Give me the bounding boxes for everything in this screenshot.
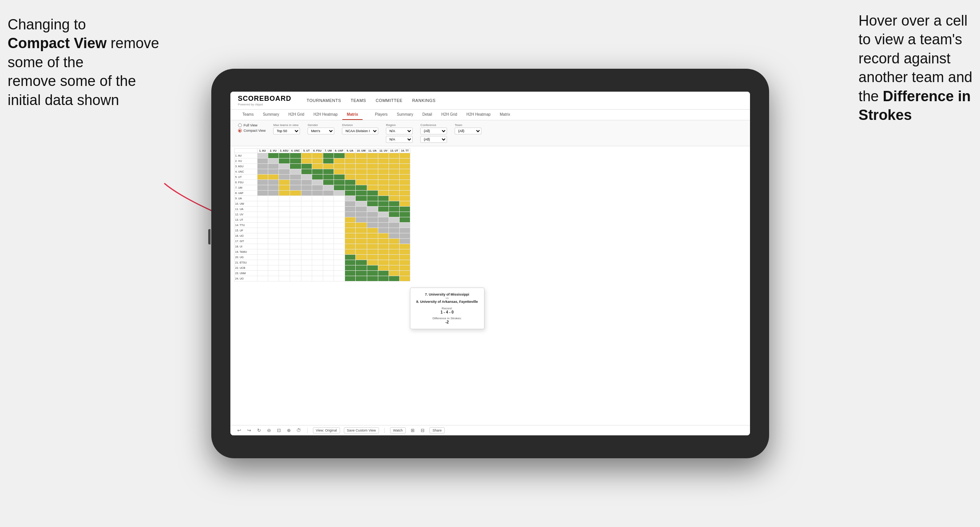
matrix-cell[interactable]	[312, 276, 323, 281]
matrix-cell[interactable]	[301, 153, 312, 158]
team-select[interactable]: (All)	[455, 128, 481, 134]
matrix-cell[interactable]	[257, 164, 268, 169]
matrix-cell[interactable]	[389, 249, 400, 255]
matrix-cell[interactable]	[345, 244, 355, 249]
matrix-cell[interactable]	[400, 196, 410, 201]
matrix-cell[interactable]	[389, 175, 400, 180]
matrix-cell[interactable]	[389, 255, 400, 260]
matrix-cell[interactable]	[355, 271, 367, 276]
matrix-cell[interactable]	[323, 265, 334, 271]
matrix-cell[interactable]	[279, 212, 290, 217]
matrix-cell[interactable]	[312, 175, 323, 180]
matrix-cell[interactable]	[334, 217, 345, 223]
matrix-cell[interactable]	[312, 239, 323, 244]
matrix-cell[interactable]	[378, 244, 389, 249]
matrix-cell[interactable]	[367, 217, 378, 223]
matrix-cell[interactable]	[290, 212, 301, 217]
matrix-cell[interactable]	[355, 201, 367, 207]
matrix-cell[interactable]	[334, 180, 345, 185]
matrix-cell[interactable]	[290, 260, 301, 265]
matrix-cell[interactable]	[378, 233, 389, 239]
matrix-cell[interactable]	[323, 271, 334, 276]
zoom-out-icon[interactable]: ⊖	[266, 427, 272, 433]
matrix-cell[interactable]	[279, 180, 290, 185]
matrix-cell[interactable]	[389, 233, 400, 239]
matrix-cell[interactable]	[312, 244, 323, 249]
matrix-cell[interactable]	[400, 169, 410, 175]
matrix-cell[interactable]	[257, 271, 268, 276]
matrix-cell[interactable]	[378, 169, 389, 175]
matrix-cell[interactable]	[268, 201, 279, 207]
matrix-cell[interactable]	[367, 191, 378, 196]
matrix-cell[interactable]	[279, 265, 290, 271]
matrix-cell[interactable]	[301, 175, 312, 180]
matrix-cell[interactable]	[290, 233, 301, 239]
matrix-cell[interactable]	[301, 276, 312, 281]
matrix-cell[interactable]	[345, 180, 355, 185]
matrix-cell[interactable]	[378, 223, 389, 228]
matrix-cell[interactable]	[323, 233, 334, 239]
share-btn[interactable]: Share	[429, 427, 445, 433]
matrix-cell[interactable]	[378, 239, 389, 244]
matrix-cell[interactable]	[355, 185, 367, 191]
matrix-cell[interactable]	[279, 233, 290, 239]
matrix-cell[interactable]	[400, 228, 410, 233]
matrix-cell[interactable]	[279, 207, 290, 212]
matrix-cell[interactable]	[301, 265, 312, 271]
matrix-cell[interactable]	[378, 185, 389, 191]
matrix-cell[interactable]	[367, 180, 378, 185]
matrix-cell[interactable]	[367, 255, 378, 260]
matrix-cell[interactable]	[367, 201, 378, 207]
matrix-cell[interactable]	[301, 158, 312, 164]
matrix-cell[interactable]	[257, 233, 268, 239]
matrix-cell[interactable]	[378, 249, 389, 255]
matrix-cell[interactable]	[301, 164, 312, 169]
matrix-cell[interactable]	[279, 244, 290, 249]
matrix-cell[interactable]	[301, 196, 312, 201]
matrix-cell[interactable]	[290, 217, 301, 223]
matrix-cell[interactable]	[355, 249, 367, 255]
matrix-cell[interactable]	[389, 239, 400, 244]
matrix-cell[interactable]	[355, 228, 367, 233]
matrix-cell[interactable]	[323, 196, 334, 201]
matrix-cell[interactable]	[257, 249, 268, 255]
matrix-cell[interactable]	[345, 228, 355, 233]
matrix-cell[interactable]	[367, 175, 378, 180]
matrix-cell[interactable]	[334, 255, 345, 260]
matrix-cell[interactable]	[345, 276, 355, 281]
tab-matrix[interactable]: Matrix	[342, 110, 363, 120]
tab-players-summary[interactable]: Summary	[392, 110, 418, 120]
matrix-cell[interactable]	[301, 191, 312, 196]
matrix-cell[interactable]	[312, 201, 323, 207]
matrix-cell[interactable]	[400, 244, 410, 249]
matrix-cell[interactable]	[334, 175, 345, 180]
matrix-cell[interactable]	[312, 191, 323, 196]
tab-h2h-heatmap[interactable]: H2H Heatmap	[309, 110, 342, 120]
matrix-cell[interactable]	[400, 276, 410, 281]
matrix-cell[interactable]	[367, 228, 378, 233]
matrix-cell[interactable]	[301, 233, 312, 239]
matrix-cell[interactable]	[378, 180, 389, 185]
matrix-cell[interactable]	[312, 233, 323, 239]
matrix-cell[interactable]	[268, 233, 279, 239]
matrix-cell[interactable]	[345, 175, 355, 180]
matrix-cell[interactable]	[400, 175, 410, 180]
matrix-cell[interactable]	[367, 153, 378, 158]
matrix-cell[interactable]	[290, 196, 301, 201]
matrix-cell[interactable]	[290, 271, 301, 276]
matrix-cell[interactable]	[345, 185, 355, 191]
matrix-cell[interactable]	[345, 217, 355, 223]
nav-tournaments[interactable]: TOURNAMENTS	[307, 98, 341, 103]
matrix-cell[interactable]	[301, 201, 312, 207]
matrix-cell[interactable]	[301, 239, 312, 244]
matrix-cell[interactable]	[268, 271, 279, 276]
matrix-cell[interactable]	[389, 265, 400, 271]
matrix-cell[interactable]	[279, 239, 290, 244]
matrix-cell[interactable]	[268, 217, 279, 223]
matrix-cell[interactable]	[345, 255, 355, 260]
matrix-cell[interactable]	[355, 175, 367, 180]
matrix-cell[interactable]	[400, 260, 410, 265]
matrix-cell[interactable]	[400, 249, 410, 255]
matrix-cell[interactable]	[345, 249, 355, 255]
matrix-cell[interactable]	[378, 255, 389, 260]
